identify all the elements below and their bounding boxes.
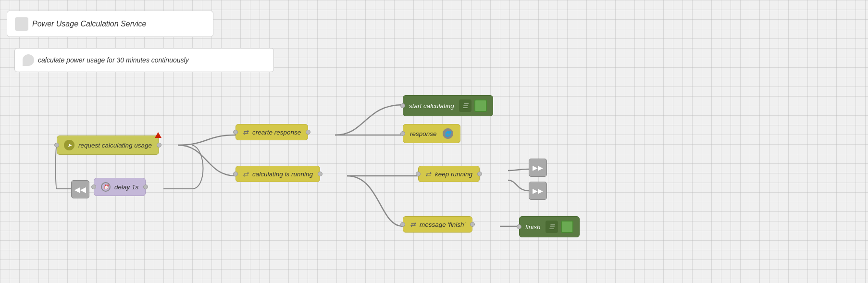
keep-running-port-left[interactable]	[416, 172, 421, 176]
start-calculating-menu-button[interactable]: ☰	[459, 99, 471, 112]
start-calculating-label: start calculating	[409, 102, 454, 110]
start-calculating-port-left[interactable]	[400, 103, 405, 108]
message-finish-port-left[interactable]	[400, 222, 405, 227]
calculating-running-port-left[interactable]	[233, 172, 238, 176]
finish-node[interactable]: finish ☰	[519, 216, 580, 237]
error-indicator	[155, 132, 161, 138]
calculating-running-node[interactable]: ⇄ calculating is running	[236, 166, 320, 182]
request-calculating-label: request calculating usage	[78, 142, 152, 149]
shuffle-icon-msg: ⇄	[410, 221, 416, 228]
trigger-right-2[interactable]: ▶▶	[529, 182, 547, 200]
response-port-left[interactable]	[400, 131, 405, 136]
finish-green-button[interactable]	[561, 221, 573, 233]
start-calculating-node[interactable]: start calculating ☰	[403, 95, 493, 116]
finish-menu-button[interactable]: ☰	[546, 221, 558, 233]
globe-icon: 🌐	[443, 128, 453, 139]
shuffle-icon-calculating: ⇄	[243, 170, 248, 178]
create-response-label: crearte response	[252, 129, 301, 136]
delay-node[interactable]: ⏰ delay 1s	[94, 178, 146, 196]
service-description-text: calculate power usage for 30 minutes con…	[38, 56, 189, 64]
service-description-box: calculate power usage for 30 minutes con…	[14, 48, 274, 72]
message-finish-label: message 'finish'	[420, 221, 465, 228]
calculating-running-port-right[interactable]	[318, 172, 322, 176]
trigger-left-delay[interactable]: ▶▶	[71, 180, 89, 198]
service-title-icon	[15, 17, 28, 31]
message-finish-port-right[interactable]	[470, 222, 475, 227]
create-response-node[interactable]: ⇄ crearte response	[236, 124, 308, 140]
request-calculating-port-right[interactable]	[157, 143, 161, 148]
request-calculating-node[interactable]: ➤ request calculating usage	[57, 135, 159, 155]
shuffle-icon-keep: ⇄	[425, 170, 431, 178]
delay-label: delay 1s	[114, 184, 138, 191]
finish-port-left[interactable]	[517, 224, 521, 229]
request-calculating-port-left[interactable]	[54, 143, 59, 148]
service-title-box: Power Usage Calculation Service	[7, 11, 213, 37]
create-response-port-left[interactable]	[233, 130, 238, 135]
delay-port-left[interactable]	[91, 185, 96, 189]
message-finish-node[interactable]: ⇄ message 'finish'	[403, 216, 472, 233]
response-node[interactable]: response 🌐	[403, 124, 460, 143]
shuffle-icon-create: ⇄	[243, 128, 248, 136]
service-title-text: Power Usage Calculation Service	[32, 20, 146, 28]
delay-port-right[interactable]	[143, 185, 148, 189]
keep-running-node[interactable]: ⇄ keep running	[418, 166, 480, 182]
trigger-right-1[interactable]: ▶▶	[529, 159, 547, 177]
request-icon: ➤	[64, 140, 74, 150]
finish-label: finish	[525, 223, 541, 231]
service-description-icon	[23, 54, 34, 66]
create-response-port-right[interactable]	[306, 130, 310, 135]
calculating-running-label: calculating is running	[252, 171, 313, 178]
delay-icon: ⏰	[101, 182, 111, 192]
start-calculating-green-button[interactable]	[474, 99, 487, 112]
keep-running-label: keep running	[435, 171, 472, 178]
response-label: response	[410, 130, 437, 137]
keep-running-port-right[interactable]	[477, 172, 482, 176]
